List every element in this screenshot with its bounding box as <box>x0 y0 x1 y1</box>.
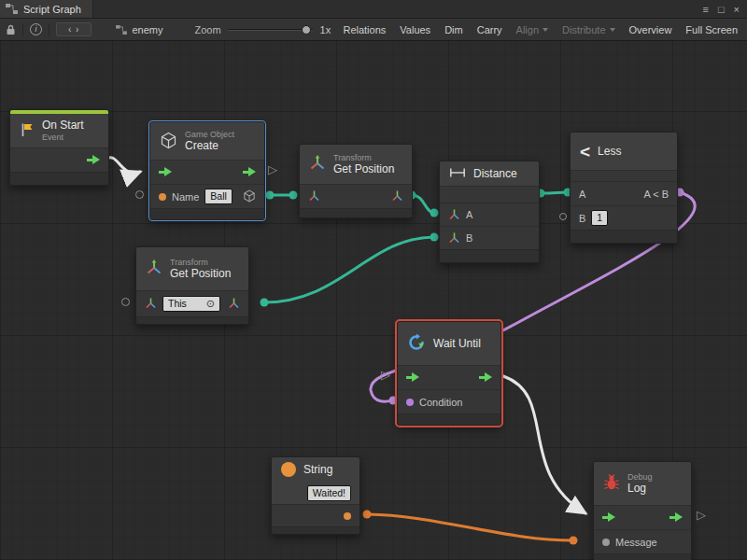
position-output-port[interactable] <box>391 189 403 203</box>
control-output-port[interactable] <box>479 372 492 383</box>
string-value-input[interactable]: Waited! <box>307 485 351 501</box>
vector-b-input-port[interactable] <box>448 231 460 245</box>
divider <box>22 23 23 36</box>
position-output-port[interactable] <box>228 297 240 311</box>
zoom-slider[interactable] <box>229 24 313 35</box>
control-output-port[interactable] <box>243 167 256 177</box>
values-label: Values <box>400 24 430 35</box>
dim-label: Dim <box>444 24 463 35</box>
graph-owner[interactable]: enemy <box>116 24 162 35</box>
graph-canvas[interactable]: On Start Event Game Object Create Name <box>0 41 747 560</box>
zoom-value: 1x <box>320 24 331 35</box>
window-menu-icon[interactable]: ≡ <box>702 4 708 15</box>
condition-label: Condition <box>419 397 462 408</box>
relations-button[interactable]: Relations <box>343 24 386 35</box>
tab-script-graph[interactable]: Script Graph <box>0 0 93 18</box>
node-distance[interactable]: Distance A B <box>439 161 540 263</box>
node-header: On Start Event <box>10 114 108 147</box>
node-less[interactable]: < Less A A < B B 1 <box>570 132 678 244</box>
dim-button[interactable]: Dim <box>444 24 463 35</box>
overview-button[interactable]: Overview <box>629 24 672 35</box>
port-b-label: B <box>466 232 472 244</box>
node-footer <box>150 208 264 219</box>
unconnected-b-input-port[interactable] <box>559 213 567 220</box>
control-output-port[interactable] <box>87 155 100 165</box>
name-input-port[interactable] <box>159 193 166 201</box>
node-title: Get Position <box>333 163 394 175</box>
node-header: Wait Until <box>398 322 500 365</box>
info-icon[interactable]: i <box>30 23 42 35</box>
unconnected-control-input-triangle[interactable]: ▷ <box>381 369 390 382</box>
zoom-slider-handle[interactable] <box>302 25 311 35</box>
carry-button[interactable]: Carry <box>477 24 502 35</box>
window-titlebar: Script Graph ≡ □ × <box>0 0 747 19</box>
port-a-label: A <box>579 189 585 200</box>
values-button[interactable]: Values <box>400 24 430 35</box>
window-maximize-icon[interactable]: □ <box>718 4 725 15</box>
unconnected-control-output-triangle[interactable]: ▷ <box>697 509 706 522</box>
full-screen-button[interactable]: Full Screen <box>685 24 738 35</box>
unconnected-name-input-port[interactable] <box>135 190 144 199</box>
code-view-button[interactable]: ‹ › <box>56 22 92 36</box>
zoom-label: Zoom <box>194 24 220 35</box>
node-header: String <box>272 457 359 482</box>
target-object-selector[interactable]: This ⊙ <box>162 296 220 312</box>
b-value-input[interactable]: 1 <box>591 210 608 226</box>
node-debug-log[interactable]: Debug Log Message <box>593 461 692 560</box>
name-value-input[interactable]: Ball <box>204 189 233 204</box>
node-header: Transform Get Position <box>300 145 412 184</box>
window-controls: ≡ □ × <box>702 0 747 18</box>
unconnected-target-input-port[interactable] <box>121 298 130 306</box>
align-label: Align <box>516 24 539 35</box>
game-object-type-icon <box>243 189 256 204</box>
wire-onstart-to-create[interactable] <box>106 158 140 174</box>
control-input-port[interactable] <box>602 512 615 523</box>
wire-distance-to-less-a[interactable] <box>541 192 568 193</box>
node-create-game-object[interactable]: Game Object Create Name Ball <box>149 121 265 220</box>
wire-string-to-debuglog-message[interactable] <box>367 514 573 540</box>
less-than-icon: < <box>580 143 590 161</box>
condition-input-port[interactable] <box>406 399 414 406</box>
ruler-icon <box>449 167 466 180</box>
node-footer <box>300 208 412 217</box>
wire-getposition2-to-distance-b[interactable] <box>264 237 434 302</box>
align-dropdown-button[interactable]: Align <box>516 24 548 35</box>
distance-output-row <box>440 186 539 203</box>
node-get-position-1[interactable]: Transform Get Position <box>299 144 413 218</box>
node-subtitle: Event <box>42 133 84 142</box>
unconnected-control-output-triangle[interactable]: ▷ <box>268 163 277 176</box>
node-footer <box>272 526 359 534</box>
control-input-port[interactable] <box>159 167 172 177</box>
node-footer <box>440 249 539 262</box>
chevron-down-icon <box>610 28 615 32</box>
name-port-label: Name <box>172 191 199 203</box>
window-close-icon[interactable]: × <box>734 4 740 15</box>
node-wait-until[interactable]: Wait Until Condition <box>397 321 501 426</box>
relations-label: Relations <box>343 24 386 35</box>
node-on-start[interactable]: On Start Event <box>9 109 109 186</box>
node-title: String <box>303 464 332 476</box>
node-title: Log <box>627 483 653 495</box>
zoom-slider-track[interactable] <box>229 29 313 31</box>
wire-getposition1-to-distance-a[interactable] <box>412 195 434 213</box>
bug-icon <box>603 474 620 493</box>
node-get-position-2[interactable]: Transform Get Position This ⊙ <box>135 246 249 325</box>
vector-a-input-port[interactable] <box>448 208 460 222</box>
graph-asset-icon <box>116 25 127 35</box>
message-input-port[interactable] <box>602 539 610 546</box>
wire-waituntil-to-debuglog[interactable] <box>503 376 585 513</box>
node-header: Game Object Create <box>150 122 264 160</box>
transform-input-port[interactable] <box>145 297 157 311</box>
distribute-dropdown-button[interactable]: Distribute <box>562 24 614 35</box>
node-title: Distance <box>473 168 517 180</box>
control-output-port[interactable] <box>669 512 683 523</box>
string-output-port[interactable] <box>344 512 351 520</box>
node-string[interactable]: String Waited! <box>271 456 360 535</box>
lock-icon[interactable] <box>6 24 16 35</box>
flag-icon <box>20 122 35 139</box>
transform-icon <box>146 259 162 278</box>
node-footer <box>10 172 108 185</box>
node-category: Game Object <box>185 130 234 139</box>
transform-input-port[interactable] <box>308 189 320 203</box>
control-input-port[interactable] <box>406 372 419 383</box>
